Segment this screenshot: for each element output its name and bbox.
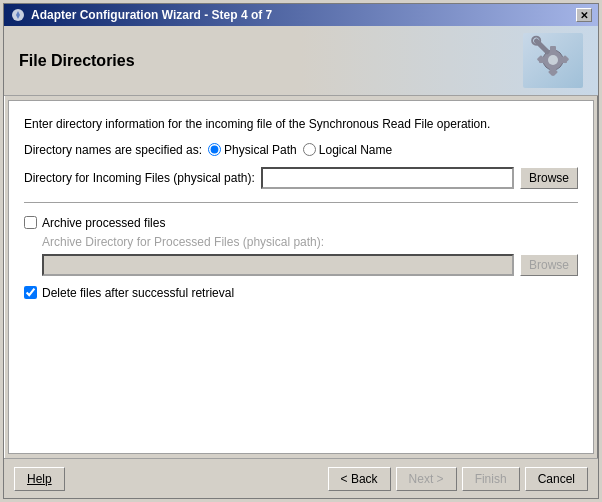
page-title: File Directories xyxy=(19,52,135,70)
content-area: Enter directory information for the inco… xyxy=(8,100,594,454)
divider xyxy=(24,202,578,203)
physical-path-option[interactable]: Physical Path xyxy=(208,143,297,157)
incoming-files-input[interactable] xyxy=(261,167,514,189)
description-text: Enter directory information for the inco… xyxy=(24,116,578,133)
delete-files-checkbox[interactable] xyxy=(24,286,37,299)
archive-checkbox-row: Archive processed files xyxy=(24,216,578,230)
close-button[interactable]: ✕ xyxy=(576,8,592,22)
logical-name-option[interactable]: Logical Name xyxy=(303,143,392,157)
archive-dir-input[interactable] xyxy=(42,254,514,276)
title-bar: Adapter Configuration Wizard - Step 4 of… xyxy=(4,4,598,26)
delete-files-row: Delete files after successful retrieval xyxy=(24,286,578,300)
header-section: File Directories xyxy=(4,26,598,96)
directory-names-row: Directory names are specified as: Physic… xyxy=(24,143,578,157)
footer-right: < Back Next > Finish Cancel xyxy=(328,467,588,491)
archive-dir-row: Browse xyxy=(42,254,578,276)
archive-checkbox-label[interactable]: Archive processed files xyxy=(42,216,165,230)
directory-names-label: Directory names are specified as: xyxy=(24,143,202,157)
physical-path-label: Physical Path xyxy=(224,143,297,157)
footer: Help < Back Next > Finish Cancel xyxy=(4,458,598,498)
archive-sub-section: Archive Directory for Processed Files (p… xyxy=(42,235,578,276)
help-button[interactable]: Help xyxy=(14,467,65,491)
svg-rect-4 xyxy=(550,46,556,52)
back-button[interactable]: < Back xyxy=(328,467,391,491)
logical-name-radio[interactable] xyxy=(303,143,316,156)
finish-button[interactable]: Finish xyxy=(462,467,520,491)
logical-name-label: Logical Name xyxy=(319,143,392,157)
main-window: Adapter Configuration Wizard - Step 4 of… xyxy=(3,3,599,499)
window-title: Adapter Configuration Wizard - Step 4 of… xyxy=(31,8,272,22)
next-button[interactable]: Next > xyxy=(396,467,457,491)
footer-left: Help xyxy=(14,467,65,491)
window-icon xyxy=(10,7,26,23)
archive-checkbox[interactable] xyxy=(24,216,37,229)
incoming-files-row: Directory for Incoming Files (physical p… xyxy=(24,167,578,189)
incoming-browse-button[interactable]: Browse xyxy=(520,167,578,189)
title-bar-left: Adapter Configuration Wizard - Step 4 of… xyxy=(10,7,272,23)
physical-path-radio[interactable] xyxy=(208,143,221,156)
archive-dir-label: Archive Directory for Processed Files (p… xyxy=(42,235,578,249)
incoming-files-label: Directory for Incoming Files (physical p… xyxy=(24,171,255,185)
cancel-button[interactable]: Cancel xyxy=(525,467,588,491)
archive-browse-button[interactable]: Browse xyxy=(520,254,578,276)
svg-point-3 xyxy=(548,55,558,65)
archive-section: Archive processed files Archive Director… xyxy=(24,216,578,276)
gear-icon xyxy=(523,33,583,88)
delete-files-label[interactable]: Delete files after successful retrieval xyxy=(42,286,234,300)
